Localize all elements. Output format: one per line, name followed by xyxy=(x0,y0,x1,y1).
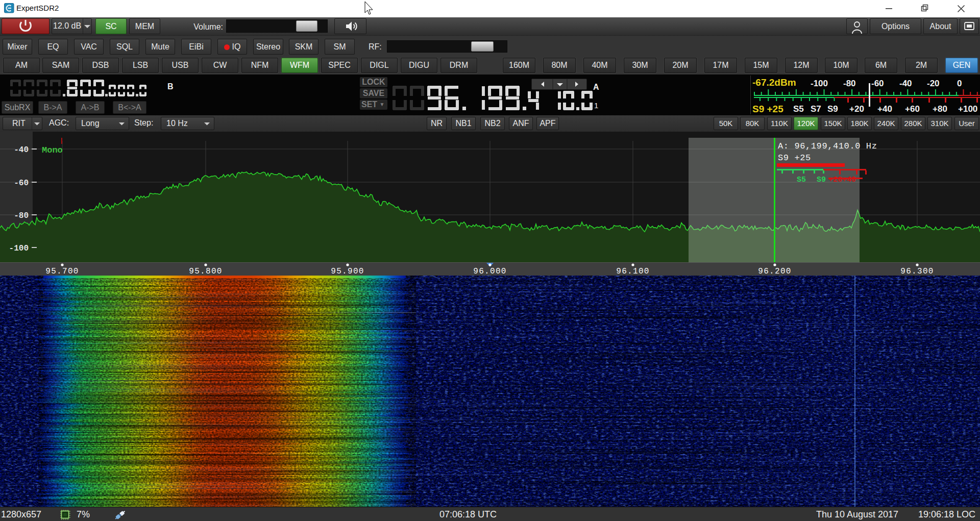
svg-text:S9: S9 xyxy=(817,176,826,184)
svg-text:A: 96,199,410.0 Hz: A: 96,199,410.0 Hz xyxy=(778,141,877,151)
svg-text:-80: -80 xyxy=(14,211,29,220)
svg-text:96.200: 96.200 xyxy=(758,267,791,276)
svg-text:96.300: 96.300 xyxy=(900,267,934,276)
svg-text:95.700: 95.700 xyxy=(45,267,79,276)
svg-text:-60: -60 xyxy=(14,179,29,188)
svg-text:Mono: Mono xyxy=(42,145,63,155)
svg-text:-40: -40 xyxy=(14,145,29,155)
svg-text:96.100: 96.100 xyxy=(616,267,649,276)
svg-text:96.000: 96.000 xyxy=(473,267,506,276)
svg-text:95.800: 95.800 xyxy=(189,267,222,276)
svg-text:+20+40: +20+40 xyxy=(828,176,856,184)
svg-text:95.900: 95.900 xyxy=(331,267,364,276)
svg-text:S9 +25: S9 +25 xyxy=(778,153,811,163)
svg-text:S5: S5 xyxy=(797,176,806,184)
svg-text:-100: -100 xyxy=(9,244,29,253)
